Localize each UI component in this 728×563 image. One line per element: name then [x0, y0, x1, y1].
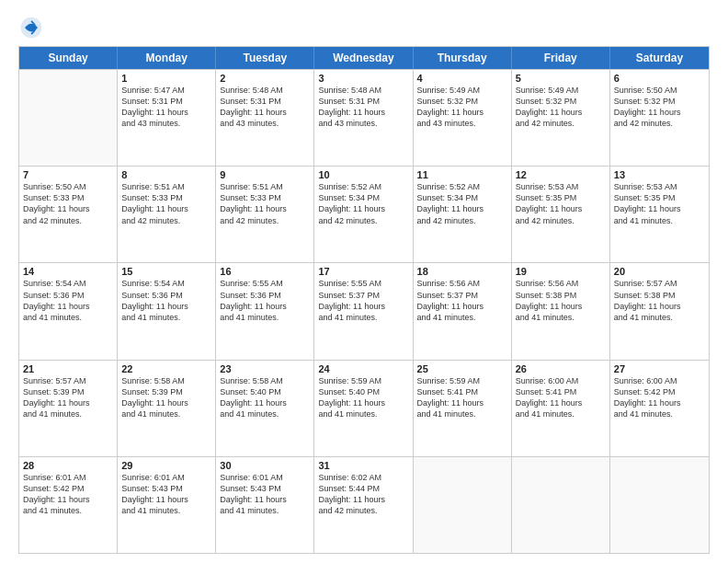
cell-line: Sunset: 5:31 PM [121, 96, 211, 107]
cell-line: Sunset: 5:36 PM [121, 290, 211, 301]
cell-line: Daylight: 11 hours [417, 397, 507, 408]
cell-line: Sunrise: 5:51 AM [220, 181, 310, 192]
day-number: 4 [417, 73, 507, 84]
calendar: SundayMondayTuesdayWednesdayThursdayFrid… [18, 46, 710, 554]
page: SundayMondayTuesdayWednesdayThursdayFrid… [0, 0, 728, 563]
cal-cell: 2Sunrise: 5:48 AMSunset: 5:31 PMDaylight… [216, 70, 314, 166]
day-number: 23 [220, 363, 310, 374]
cell-line: and 42 minutes. [121, 215, 211, 226]
cell-line: Sunrise: 5:53 AM [516, 181, 606, 192]
cell-line: Sunrise: 5:58 AM [121, 375, 211, 386]
cell-line: and 43 minutes. [220, 118, 310, 129]
day-number: 28 [23, 460, 113, 471]
cell-line: and 41 minutes. [220, 505, 310, 516]
day-number: 7 [23, 169, 113, 180]
cal-header-cell: Monday [118, 47, 216, 69]
cell-line: Sunset: 5:37 PM [417, 290, 507, 301]
day-number: 20 [614, 266, 705, 277]
cell-line: and 42 minutes. [23, 215, 113, 226]
cell-line: Sunrise: 5:59 AM [318, 375, 408, 386]
cal-cell: 17Sunrise: 5:55 AMSunset: 5:37 PMDayligh… [314, 263, 413, 359]
cell-line: Sunset: 5:38 PM [614, 290, 705, 301]
cal-cell: 30Sunrise: 6:01 AMSunset: 5:43 PMDayligh… [216, 457, 314, 553]
cal-cell [512, 457, 610, 553]
cell-line: Daylight: 11 hours [23, 397, 113, 408]
cell-line: Sunset: 5:34 PM [417, 192, 507, 203]
cell-line: Sunrise: 5:49 AM [417, 85, 507, 96]
cell-line: Sunrise: 5:58 AM [220, 375, 310, 386]
cal-cell: 1Sunrise: 5:47 AMSunset: 5:31 PMDaylight… [118, 70, 216, 166]
cal-cell: 7Sunrise: 5:50 AMSunset: 5:33 PMDaylight… [19, 167, 118, 262]
day-number: 18 [417, 266, 507, 277]
cal-cell: 6Sunrise: 5:50 AMSunset: 5:32 PMDaylight… [610, 70, 709, 166]
header [18, 15, 710, 40]
day-number: 1 [121, 73, 211, 84]
cell-line: and 41 minutes. [318, 408, 408, 419]
cell-line: Daylight: 11 hours [516, 203, 606, 214]
cell-line: Sunset: 5:35 PM [516, 192, 606, 203]
cell-line: Sunset: 5:33 PM [220, 192, 310, 203]
cell-line: Sunrise: 5:59 AM [417, 375, 507, 386]
cal-cell: 28Sunrise: 6:01 AMSunset: 5:42 PMDayligh… [19, 457, 118, 553]
cal-header-cell: Wednesday [314, 47, 413, 69]
cell-line: Sunrise: 5:57 AM [23, 375, 113, 386]
cell-line: Sunrise: 6:00 AM [614, 375, 705, 386]
cal-cell: 16Sunrise: 5:55 AMSunset: 5:36 PMDayligh… [216, 263, 314, 359]
cell-line: Daylight: 11 hours [516, 301, 606, 312]
cell-line: Sunset: 5:33 PM [121, 192, 211, 203]
day-number: 24 [318, 363, 408, 374]
cell-line: Sunrise: 6:01 AM [23, 472, 113, 483]
cell-line: Daylight: 11 hours [220, 397, 310, 408]
cal-cell: 12Sunrise: 5:53 AMSunset: 5:35 PMDayligh… [512, 167, 610, 262]
cell-line: and 41 minutes. [220, 312, 310, 323]
cell-line: Sunset: 5:40 PM [220, 386, 310, 397]
cell-line: and 41 minutes. [23, 312, 113, 323]
day-number: 14 [23, 266, 113, 277]
cell-line: Sunset: 5:42 PM [614, 386, 705, 397]
cell-line: and 41 minutes. [516, 312, 606, 323]
cal-cell: 13Sunrise: 5:53 AMSunset: 5:35 PMDayligh… [610, 167, 709, 262]
cal-cell: 21Sunrise: 5:57 AMSunset: 5:39 PMDayligh… [19, 361, 118, 456]
cell-line: Daylight: 11 hours [614, 397, 705, 408]
cell-line: and 41 minutes. [23, 505, 113, 516]
cal-cell [610, 457, 709, 553]
cell-line: Daylight: 11 hours [220, 301, 310, 312]
cell-line: and 41 minutes. [516, 408, 606, 419]
cell-line: Daylight: 11 hours [614, 301, 705, 312]
cell-line: Sunset: 5:43 PM [121, 483, 211, 494]
day-number: 12 [516, 169, 606, 180]
cell-line: Sunrise: 6:01 AM [220, 472, 310, 483]
cell-line: Sunrise: 6:01 AM [121, 472, 211, 483]
cell-line: Sunrise: 5:49 AM [516, 85, 606, 96]
cal-header-cell: Tuesday [216, 47, 314, 69]
cell-line: and 41 minutes. [121, 312, 211, 323]
day-number: 26 [516, 363, 606, 374]
cell-line: Daylight: 11 hours [121, 301, 211, 312]
cell-line: Sunrise: 5:50 AM [614, 85, 705, 96]
cell-line: and 42 minutes. [516, 215, 606, 226]
cell-line: Sunrise: 5:54 AM [121, 278, 211, 289]
day-number: 5 [516, 73, 606, 84]
cell-line: and 41 minutes. [121, 408, 211, 419]
cell-line: Sunset: 5:39 PM [121, 386, 211, 397]
cal-row: 28Sunrise: 6:01 AMSunset: 5:42 PMDayligh… [19, 456, 709, 553]
cell-line: Sunrise: 5:52 AM [318, 181, 408, 192]
cell-line: Daylight: 11 hours [121, 494, 211, 505]
cell-line: and 41 minutes. [23, 408, 113, 419]
cal-cell [414, 457, 512, 553]
cell-line: Sunrise: 5:51 AM [121, 181, 211, 192]
day-number: 13 [614, 169, 705, 180]
day-number: 9 [220, 169, 310, 180]
cell-line: Sunset: 5:40 PM [318, 386, 408, 397]
cell-line: Daylight: 11 hours [516, 397, 606, 408]
cell-line: Daylight: 11 hours [318, 494, 408, 505]
cell-line: Sunset: 5:32 PM [516, 96, 606, 107]
cal-cell: 31Sunrise: 6:02 AMSunset: 5:44 PMDayligh… [314, 457, 413, 553]
cal-cell: 14Sunrise: 5:54 AMSunset: 5:36 PMDayligh… [19, 263, 118, 359]
cal-header-cell: Saturday [610, 47, 709, 69]
cell-line: Daylight: 11 hours [318, 107, 408, 118]
calendar-body: 1Sunrise: 5:47 AMSunset: 5:31 PMDaylight… [19, 69, 709, 553]
cell-line: Daylight: 11 hours [318, 203, 408, 214]
calendar-header: SundayMondayTuesdayWednesdayThursdayFrid… [19, 47, 709, 69]
cell-line: Daylight: 11 hours [23, 203, 113, 214]
